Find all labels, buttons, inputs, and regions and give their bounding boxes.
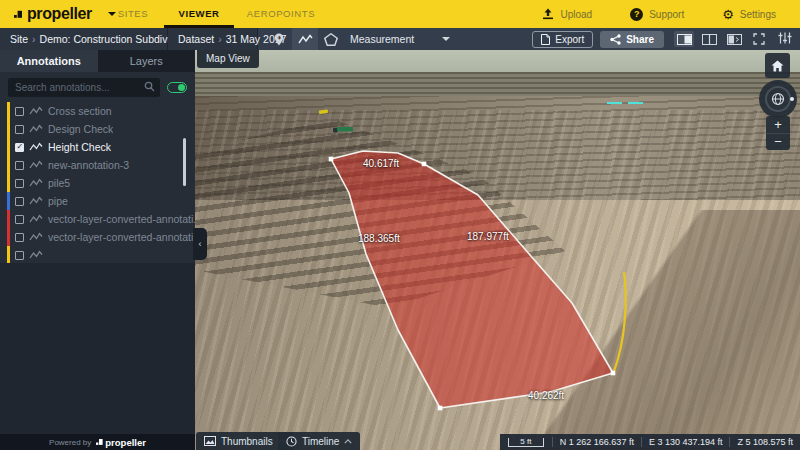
annotation-overlay — [195, 50, 800, 450]
panel-left-icon — [727, 34, 742, 45]
help-icon: ? — [630, 8, 643, 21]
annotation-list-item[interactable]: vector-layer-converted-annotati... — [0, 210, 195, 228]
polyline-tool-button[interactable] — [292, 28, 318, 50]
sliders-icon — [778, 32, 792, 44]
fullscreen-icon — [753, 33, 765, 45]
globe-icon — [771, 92, 785, 106]
nav-tab-sites[interactable]: SITES — [102, 0, 164, 28]
logo-text: propeller — [27, 5, 92, 23]
annotation-list-item[interactable]: Cross section — [0, 102, 195, 120]
top-navigation-bar: propeller SITES VIEWER AEROPOINTS Upload… — [0, 0, 800, 28]
polyline-icon — [29, 124, 43, 134]
measurement-polygon[interactable] — [331, 151, 613, 408]
site-breadcrumb[interactable]: Site › Demo: Construction Subdivision — [0, 28, 168, 50]
coordinate-northing: N 1 262 166.637 ft — [553, 437, 641, 447]
support-button[interactable]: ? Support — [630, 8, 684, 21]
pentagon-icon — [324, 33, 338, 46]
display-settings-button[interactable] — [778, 30, 792, 48]
settings-button[interactable]: ⚙ Settings — [722, 8, 776, 21]
polygon-vertex-handle[interactable] — [329, 157, 334, 162]
zoom-in-button[interactable]: + — [766, 116, 790, 133]
annotation-checkbox[interactable] — [15, 143, 24, 152]
marker-tool-button[interactable] — [266, 28, 292, 50]
coordinate-easting: E 3 130 437.194 ft — [642, 437, 730, 447]
propeller-mark-icon — [14, 10, 23, 19]
annotation-list-item[interactable]: Design Check — [0, 120, 195, 138]
annotation-checkbox[interactable] — [15, 197, 24, 206]
polyline-icon — [29, 160, 43, 170]
share-button[interactable]: Share — [600, 31, 664, 48]
sidebar-panel: Annotations Layers Cross section — [0, 50, 195, 450]
yellow-annotation-line[interactable] — [614, 272, 626, 371]
annotation-checkbox[interactable] — [15, 125, 24, 134]
compass-navigation[interactable] — [759, 80, 797, 118]
tab-annotations[interactable]: Annotations — [0, 50, 98, 72]
annotation-checkbox[interactable] — [15, 215, 24, 224]
annotation-label: new-annotation-3 — [48, 159, 129, 171]
annotation-color-strip — [7, 102, 10, 120]
split-view-button[interactable] — [699, 31, 719, 47]
yellow-vehicle — [319, 109, 328, 114]
clock-icon — [286, 436, 297, 447]
annotation-color-strip — [7, 174, 10, 192]
visibility-toggle[interactable] — [167, 82, 187, 93]
annotation-list-item[interactable]: Height Check — [0, 138, 195, 156]
home-view-button[interactable] — [765, 53, 790, 78]
zoom-out-button[interactable]: − — [766, 133, 790, 151]
list-scrollbar[interactable] — [183, 138, 186, 186]
polyline-icon — [29, 214, 43, 224]
polygon-vertex-handle[interactable] — [438, 406, 443, 411]
timeline-tab[interactable]: Timeline — [278, 432, 360, 450]
sidebar-collapse-handle[interactable]: ‹ — [193, 228, 207, 260]
annotation-list-item[interactable]: pipe — [0, 192, 195, 210]
measurement-label-left: 188.365ft — [358, 233, 400, 244]
fullscreen-button[interactable] — [749, 31, 769, 47]
breadcrumb-separator: › — [218, 33, 222, 45]
panel-collapse-button[interactable] — [724, 31, 744, 47]
annotation-checkbox[interactable] — [15, 161, 24, 170]
chevron-up-icon — [344, 439, 352, 444]
annotation-checkbox[interactable] — [15, 233, 24, 242]
nav-tab-viewer[interactable]: VIEWER — [164, 0, 234, 28]
annotation-color-strip — [7, 138, 10, 156]
compass-ring — [765, 86, 791, 112]
zoom-control: + − — [766, 116, 790, 150]
export-button[interactable]: Export — [532, 31, 593, 48]
upload-button[interactable]: Upload — [542, 8, 592, 20]
annotation-list-item[interactable]: pile5 — [0, 174, 195, 192]
polyline-icon — [29, 250, 43, 260]
timeline-label: Timeline — [302, 436, 339, 447]
polygon-tool-button[interactable] — [318, 28, 344, 50]
breadcrumb-separator: › — [32, 33, 36, 45]
annotation-list-item[interactable]: vector-layer-converted-annotati... — [0, 228, 195, 246]
annotation-list-item[interactable] — [0, 246, 195, 263]
toggle-knob — [178, 84, 185, 91]
annotation-search-row — [0, 72, 195, 102]
propeller-logo[interactable]: propeller — [14, 0, 116, 28]
split-view-icon — [702, 34, 717, 45]
image-icon — [204, 436, 216, 446]
upload-label: Upload — [560, 9, 592, 20]
single-view-button[interactable] — [674, 31, 694, 47]
nav-tab-aeropoints[interactable]: AEROPOINTS — [238, 0, 324, 28]
dataset-breadcrumb[interactable]: Dataset › 31 May 2017 — [168, 28, 258, 50]
annotation-list-item[interactable]: new-annotation-3 — [0, 156, 195, 174]
map-view-button[interactable]: Map View — [197, 50, 259, 68]
polygon-vertex-handle[interactable] — [611, 371, 616, 376]
search-input[interactable] — [8, 78, 160, 97]
polygon-vertex-handle[interactable] — [422, 162, 427, 167]
file-icon — [541, 34, 550, 45]
polyline-icon — [29, 178, 43, 188]
annotation-color-strip — [7, 246, 10, 263]
powered-by-text: Powered by — [49, 438, 91, 447]
sidebar-tabs: Annotations Layers — [0, 50, 195, 72]
annotation-label: Cross section — [48, 105, 112, 117]
map-3d-viewport[interactable]: 40.617ft 188.365ft 187.977ft 40.262ft Ma… — [195, 50, 800, 450]
annotation-checkbox[interactable] — [15, 179, 24, 188]
tab-layers[interactable]: Layers — [98, 50, 196, 72]
annotation-checkbox[interactable] — [15, 251, 24, 260]
annotation-label: pipe — [48, 195, 68, 207]
annotation-checkbox[interactable] — [15, 107, 24, 116]
measurement-dropdown[interactable]: Measurement — [344, 28, 460, 50]
annotation-color-strip — [7, 210, 10, 228]
